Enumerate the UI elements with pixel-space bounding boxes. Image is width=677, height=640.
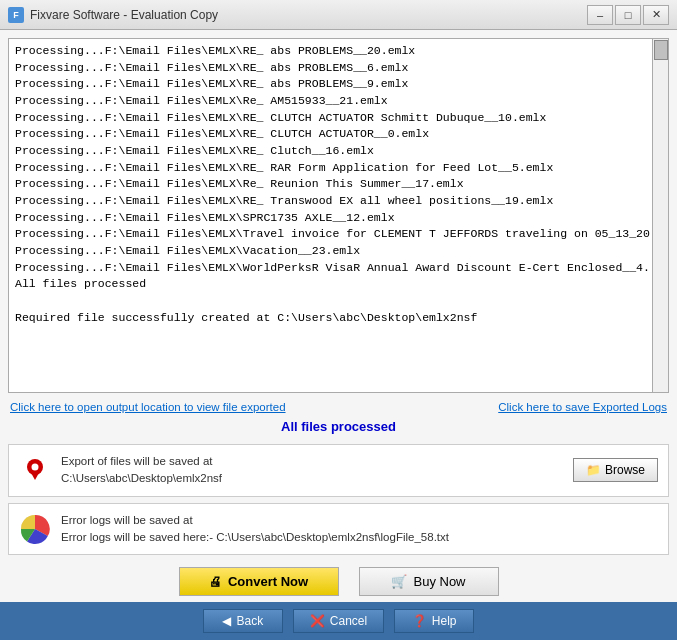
browse-icon: 📁 — [586, 463, 601, 477]
error-info-section: Error logs will be saved at Error logs w… — [8, 503, 669, 556]
log-line: Processing...F:\Email Files\EMLX\RE_ Tra… — [15, 193, 662, 210]
window-controls: – □ ✕ — [587, 5, 669, 25]
help-label: Help — [432, 614, 457, 628]
log-line: Processing...F:\Email Files\EMLX\Travel … — [15, 226, 662, 243]
svg-marker-2 — [30, 471, 40, 480]
log-line: Processing...F:\Email Files\EMLX\Vacatio… — [15, 243, 662, 260]
error-label: Error logs will be saved at — [61, 512, 658, 529]
error-info-text: Error logs will be saved at Error logs w… — [61, 512, 658, 547]
log-line: Processing...F:\Email Files\EMLX\WorldPe… — [15, 260, 662, 277]
cancel-button[interactable]: ❌ Cancel — [293, 609, 384, 633]
export-info-section: Export of files will be saved at C:\User… — [8, 444, 669, 497]
help-button[interactable]: ❓ Help — [394, 609, 474, 633]
export-info-text: Export of files will be saved at C:\User… — [61, 453, 563, 488]
status-text: All files processed — [0, 417, 677, 440]
export-path: C:\Users\abc\Desktop\emlx2nsf — [61, 470, 563, 487]
window-title: Fixvare Software - Evaluation Copy — [30, 8, 587, 22]
log-line: Processing...F:\Email Files\EMLX\RE_ CLU… — [15, 110, 662, 127]
log-line: Processing...F:\Email Files\EMLX\SPRC173… — [15, 210, 662, 227]
log-line: Required file successfully created at C:… — [15, 310, 662, 327]
buttons-row: 🖨 Convert Now 🛒 Buy Now — [0, 561, 677, 602]
convert-icon: 🖨 — [209, 574, 222, 589]
log-area: Processing...F:\Email Files\EMLX\RE_ abs… — [8, 38, 669, 393]
log-content: Processing...F:\Email Files\EMLX\RE_ abs… — [9, 39, 668, 392]
main-window: Processing...F:\Email Files\EMLX\RE_ abs… — [0, 30, 677, 640]
browse-label: Browse — [605, 463, 645, 477]
log-line: Processing...F:\Email Files\EMLX\RE_ abs… — [15, 76, 662, 93]
log-line: Processing...F:\Email Files\EMLX\RE_ RAR… — [15, 160, 662, 177]
log-line — [15, 293, 662, 310]
buy-label: Buy Now — [413, 574, 465, 589]
close-button[interactable]: ✕ — [643, 5, 669, 25]
convert-label: Convert Now — [228, 574, 308, 589]
cancel-label: Cancel — [330, 614, 367, 628]
minimize-button[interactable]: – — [587, 5, 613, 25]
back-icon: ◀ — [222, 614, 231, 628]
svg-point-1 — [32, 464, 39, 471]
help-icon: ❓ — [412, 614, 427, 628]
log-line: Processing...F:\Email Files\EMLX\Re_ Reu… — [15, 176, 662, 193]
log-line: All files processed — [15, 276, 662, 293]
export-label: Export of files will be saved at — [61, 453, 563, 470]
export-icon — [19, 454, 51, 486]
browse-button[interactable]: 📁 Browse — [573, 458, 658, 482]
back-button[interactable]: ◀ Back — [203, 609, 283, 633]
nav-bar: ◀ Back ❌ Cancel ❓ Help — [0, 602, 677, 640]
log-line: Processing...F:\Email Files\EMLX\RE_ abs… — [15, 60, 662, 77]
log-line: Processing...F:\Email Files\EMLX\Re_ AM5… — [15, 93, 662, 110]
scrollbar-thumb[interactable] — [654, 40, 668, 60]
title-bar: F Fixvare Software - Evaluation Copy – □… — [0, 0, 677, 30]
maximize-button[interactable]: □ — [615, 5, 641, 25]
buy-icon: 🛒 — [391, 574, 407, 589]
save-logs-link[interactable]: Click here to save Exported Logs — [498, 401, 667, 413]
log-line: Processing...F:\Email Files\EMLX\RE_ CLU… — [15, 126, 662, 143]
app-icon: F — [8, 7, 24, 23]
open-output-link[interactable]: Click here to open output location to vi… — [10, 401, 286, 413]
links-row: Click here to open output location to vi… — [0, 397, 677, 417]
error-icon — [19, 513, 51, 545]
error-path: Error logs will be saved here:- C:\Users… — [61, 529, 658, 546]
convert-button[interactable]: 🖨 Convert Now — [179, 567, 339, 596]
log-line: Processing...F:\Email Files\EMLX\RE_ abs… — [15, 43, 662, 60]
log-line: Processing...F:\Email Files\EMLX\RE_ Clu… — [15, 143, 662, 160]
back-label: Back — [236, 614, 263, 628]
cancel-icon: ❌ — [310, 614, 325, 628]
log-scrollbar[interactable] — [652, 39, 668, 392]
buy-button[interactable]: 🛒 Buy Now — [359, 567, 499, 596]
